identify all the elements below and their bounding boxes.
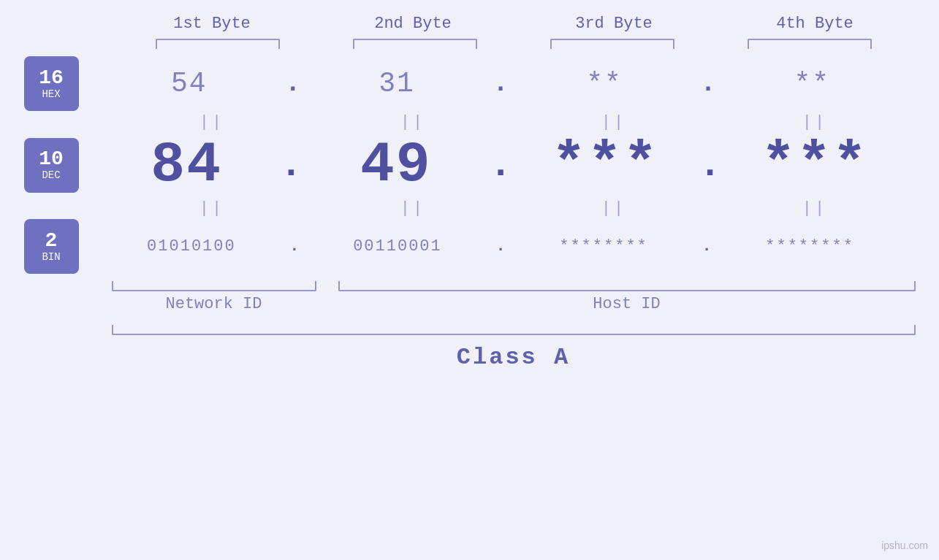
sep-row-2: || || || || <box>112 197 916 219</box>
hex-val-4: ** <box>794 68 830 99</box>
byte-header-1: 1st Byte <box>112 15 313 33</box>
pipe-1-4: || <box>802 113 827 131</box>
hex-row: 16 HEX 54 . 31 . ** . ** <box>24 56 916 111</box>
watermark: ipshu.com <box>881 540 928 551</box>
bin-byte-1: 01010100 <box>86 237 297 256</box>
hex-byte-3: ** <box>501 68 708 99</box>
byte-header-3: 3rd Byte <box>514 15 715 33</box>
top-bracket-1 <box>156 39 280 49</box>
hex-values: 54 . 31 . ** . ** <box>86 68 916 99</box>
sep-row-1: || || || || <box>112 111 916 133</box>
hex-byte-1: 54 <box>86 68 293 99</box>
bin-badge-num: 2 <box>45 231 58 251</box>
pipe-2-2: || <box>400 199 425 218</box>
bin-values: 01010100 . 00110001 . ******** . *******… <box>86 237 916 256</box>
id-labels: Network ID Host ID <box>112 295 916 313</box>
pipe-1-1: || <box>199 113 224 131</box>
pipe-2-4: || <box>802 199 827 218</box>
dec-byte-2: 49 <box>295 133 496 197</box>
dec-badge-label: DEC <box>42 169 60 181</box>
bin-badge-label: BIN <box>42 251 60 263</box>
class-label: Class A <box>457 344 570 371</box>
bin-val-4: ******** <box>765 237 854 256</box>
dec-byte-4: *** <box>714 133 915 197</box>
pipe-2-1: || <box>199 199 224 218</box>
pipe-2-3: || <box>601 199 626 218</box>
bin-byte-3: ******** <box>498 237 710 256</box>
class-label-row: Class A <box>112 344 916 371</box>
hex-badge-label: HEX <box>42 88 60 100</box>
network-id-label: Network ID <box>112 295 316 313</box>
hex-val-3: ** <box>586 68 623 99</box>
byte-header-4: 4th Byte <box>715 15 916 33</box>
dec-values: 84 . 49 . *** . *** <box>86 133 916 197</box>
dec-val-4: *** <box>761 133 868 197</box>
dec-badge: 10 DEC <box>24 138 79 193</box>
bin-val-1: 01010100 <box>147 237 236 256</box>
dec-badge-num: 10 <box>39 149 64 169</box>
pipe-1-3: || <box>601 113 626 131</box>
top-bracket-4 <box>748 39 872 49</box>
dec-val-3: *** <box>552 133 658 197</box>
dec-row: 10 DEC 84 . 49 . *** . *** <box>24 133 916 197</box>
host-id-text: Host ID <box>593 295 660 313</box>
bin-badge: 2 BIN <box>24 219 79 274</box>
bin-row: 2 BIN 01010100 . 00110001 . ******** . *… <box>24 219 916 274</box>
bottom-brackets <box>112 281 916 291</box>
top-brackets <box>112 39 916 49</box>
label-gap <box>316 295 338 313</box>
host-bracket <box>338 281 916 291</box>
hex-val-1: 54 <box>171 68 208 99</box>
bin-byte-2: 00110001 <box>292 237 503 256</box>
bin-val-2: 00110001 <box>353 237 442 256</box>
main-bottom-bracket <box>112 325 916 335</box>
dec-val-2: 49 <box>360 133 432 197</box>
bin-byte-4: ******** <box>704 237 916 256</box>
dec-byte-1: 84 <box>86 133 287 197</box>
top-bracket-3 <box>550 39 674 49</box>
dec-byte-3: *** <box>505 133 706 197</box>
hex-val-2: 31 <box>379 68 415 99</box>
hex-badge-num: 16 <box>39 68 64 88</box>
top-bracket-2 <box>353 39 477 49</box>
dec-val-1: 84 <box>151 133 222 197</box>
hex-byte-4: ** <box>709 68 916 99</box>
byte-header-2: 2nd Byte <box>313 15 514 33</box>
hex-badge: 16 HEX <box>24 56 79 111</box>
byte-headers: 1st Byte 2nd Byte 3rd Byte 4th Byte <box>112 15 916 33</box>
host-id-label: Host ID <box>338 295 916 313</box>
network-bracket <box>112 281 316 291</box>
hex-byte-2: 31 <box>294 68 501 99</box>
main-container: 1st Byte 2nd Byte 3rd Byte 4th Byte 16 H… <box>0 0 939 560</box>
pipe-1-2: || <box>400 113 425 131</box>
network-id-text: Network ID <box>165 295 262 313</box>
bin-val-3: ******** <box>559 237 648 256</box>
